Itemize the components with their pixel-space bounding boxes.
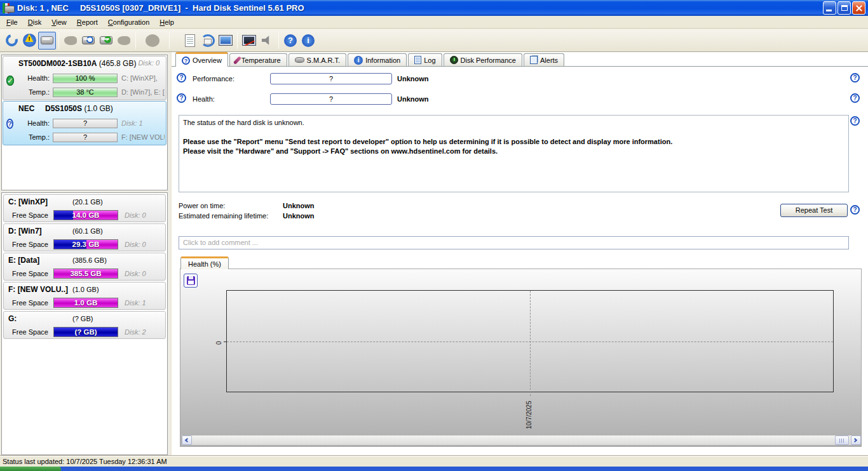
disk-status-button[interactable] [20,32,38,50]
scrollbar-thumb[interactable] [835,435,849,445]
help-button[interactable]: ? [281,32,299,50]
tab-smart[interactable]: S.M.A.R.T. [288,53,347,66]
partition-e[interactable]: E: [Data] (385.6 GB) Free Space 385.5 GB… [3,253,166,281]
tab-disk-performance[interactable]: Disk Performance [444,53,522,66]
check-icon: ✓ [104,36,111,43]
start-button[interactable] [0,467,61,471]
partition-g[interactable]: G: (? GB) Free Space (? GB) Disk: 2 [3,311,166,339]
tab-overview[interactable]: ?Overview [175,52,228,67]
chart-tab-health[interactable]: Health (%) [180,256,229,269]
save-chart-button[interactable] [184,274,198,288]
gauge-icon [450,56,458,64]
power-on-time-label: Power on time: [179,202,225,209]
scroll-right-button[interactable] [851,435,861,445]
overview-icon: ? [182,56,190,65]
comment-input[interactable]: Click to add comment ... [179,236,849,249]
partition-name: G: [8,314,17,323]
disk-clock-test-button[interactable] [79,32,97,50]
disk-list: ST500DM002-1SB10A (465.8 GB)Disk: 0 ✓ He… [1,55,168,190]
health-label: Health: [193,95,215,103]
status-line-1: The status of the hard disk is unknown. [183,118,844,128]
free-space-label: Free Space [12,270,48,277]
disk-partitions-line: C: [WinXP], [118,74,165,82]
menu-view[interactable]: View [46,17,72,27]
repeat-test-button[interactable]: Repeat Test [780,204,848,217]
menu-help[interactable]: Help [154,17,179,27]
toolbar-separator [169,32,170,49]
lifetime-label: Estimated remaining lifetime: [179,212,268,220]
disk-item-0[interactable]: ST500DM002-1SB10A (465.8 GB)Disk: 0 ✓ He… [3,56,166,100]
toolbar-separator [58,32,59,49]
network-button[interactable] [217,32,234,50]
toolbar-separator [278,32,279,49]
next-disk-button-disabled [115,32,133,50]
hard-disk-icon [41,36,53,44]
disk-accept-button[interactable]: ✓ [97,32,115,50]
acoustic-button[interactable] [258,32,276,50]
partition-name: F: [NEW VOLU..] [8,285,68,294]
tab-bar: ?Overview Temperature S.M.A.R.T. iInform… [172,52,868,67]
temp-label: Temp.: [4,133,53,141]
chart-scrollbar[interactable] [182,435,860,445]
health-value-box: ? [270,93,392,105]
restore-button[interactable] [837,1,851,15]
close-button[interactable] [852,1,865,15]
send-test-report-button[interactable] [199,32,217,50]
partition-disk-number: Disk: 1 [125,299,146,307]
report-button[interactable] [181,32,199,50]
tab-information[interactable]: iInformation [348,53,407,66]
partition-f[interactable]: F: [NEW VOLU..] (1.0 GB) Free Space 1.0 … [3,282,166,310]
health-help-icon[interactable] [177,93,186,103]
menu-bar: File Disk View Report Configuration Help [0,16,868,29]
scroll-left-button[interactable] [182,435,192,445]
refresh-button[interactable] [3,32,20,50]
restore-icon [841,5,848,11]
minimize-button[interactable] [823,1,836,15]
status-help-icon[interactable] [850,116,860,126]
repeat-test-help-icon[interactable] [850,205,860,215]
free-space-label: Free Space [12,328,48,336]
info-button[interactable]: i [299,32,317,50]
health-label: Health: [4,119,53,127]
performance-status: Unknown [397,75,429,83]
clock-icon [86,36,93,43]
surface-test-button[interactable] [240,32,258,50]
partition-d[interactable]: D: [Win7] (60.1 GB) Free Space 29.3 GB D… [3,223,166,251]
disk-partitions-line: D: [Win7], E: [ [118,88,165,96]
health-status: Unknown [397,95,429,103]
free-space-bar: 14.0 GB [53,210,118,220]
tab-temperature[interactable]: Temperature [229,53,287,66]
free-space-label: Free Space [12,211,48,219]
info-icon: i [302,34,315,47]
tab-alerts[interactable]: Alerts [524,53,564,66]
action-button-disabled [144,32,161,50]
performance-help-icon-right[interactable] [850,73,860,83]
minimize-icon [826,10,832,11]
temp-bar: ? [53,133,118,142]
health-chart-panel: 0 10/7/2025 [180,269,862,447]
disk-name: NEC D5S1050S [18,104,82,113]
toolbar-separator [135,32,136,49]
disk-item-1[interactable]: NEC D5S1050S (1.0 GB) ? Health: ? Disk: … [3,101,166,145]
disk-select-button[interactable] [38,32,56,50]
menu-file[interactable]: File [1,17,23,27]
health-help-icon-right[interactable] [850,93,860,103]
menu-disk[interactable]: Disk [23,17,46,27]
partition-name: D: [Win7] [8,227,42,236]
window-title: Disk: 1 , NEC D5S1050S [0307_DRIVE1] - H… [17,3,823,13]
partition-name: C: [WinXP] [8,197,48,206]
lifetime-value: Unknown [283,212,315,220]
partition-c[interactable]: C: [WinXP] (20.1 GB) Free Space 14.0 GB … [3,194,166,222]
tab-log[interactable]: Log [408,53,442,66]
x-axis-tick-label: 10/7/2025 [526,401,532,430]
performance-value-box: ? [270,73,392,84]
performance-help-icon[interactable] [177,73,186,83]
chart-plot-area [226,290,834,392]
free-space-value: 29.3 GB [54,241,118,248]
disabled-disk-icon [118,36,130,45]
previous-disk-button-disabled [62,32,79,50]
status-line-3: Please visit the "Hardware" and "Support… [183,147,844,156]
network-computer-icon [219,36,232,45]
menu-report[interactable]: Report [72,17,103,27]
menu-configuration[interactable]: Configuration [103,17,154,27]
